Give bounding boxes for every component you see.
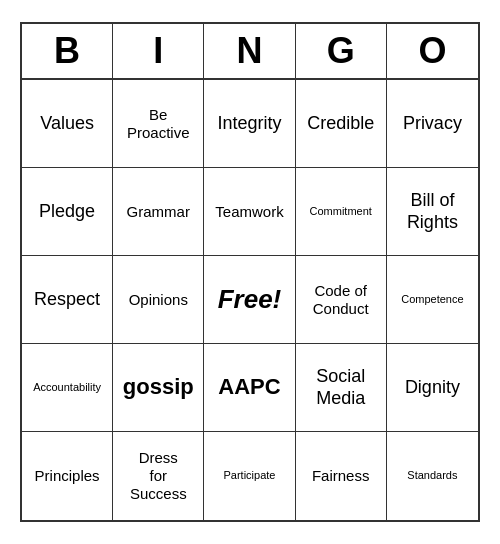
header-letter: I	[113, 24, 204, 78]
cell-text: Bill ofRights	[407, 190, 458, 233]
cell-text: DressforSuccess	[130, 449, 187, 503]
cell-text: Pledge	[39, 201, 95, 223]
cell-text: SocialMedia	[316, 366, 365, 409]
cell-text: Teamwork	[215, 203, 283, 221]
bingo-cell[interactable]: Accountability	[22, 344, 113, 432]
bingo-cell[interactable]: BeProactive	[113, 80, 204, 168]
bingo-cell[interactable]: Credible	[296, 80, 387, 168]
cell-text: Values	[40, 113, 94, 135]
cell-text: Opinions	[129, 291, 188, 309]
bingo-cell[interactable]: gossip	[113, 344, 204, 432]
cell-text: Credible	[307, 113, 374, 135]
cell-text: Accountability	[33, 381, 101, 394]
bingo-cell[interactable]: Grammar	[113, 168, 204, 256]
cell-text: Principles	[35, 467, 100, 485]
cell-text: Fairness	[312, 467, 370, 485]
bingo-cell[interactable]: Principles	[22, 432, 113, 520]
header-letter: O	[387, 24, 478, 78]
bingo-cell[interactable]: Dignity	[387, 344, 478, 432]
bingo-cell[interactable]: DressforSuccess	[113, 432, 204, 520]
bingo-cell[interactable]: Privacy	[387, 80, 478, 168]
header-letter: N	[204, 24, 295, 78]
cell-text: Standards	[407, 469, 457, 482]
bingo-cell[interactable]: AAPC	[204, 344, 295, 432]
bingo-cell[interactable]: Free!	[204, 256, 295, 344]
cell-text: BeProactive	[127, 106, 190, 142]
bingo-cell[interactable]: Competence	[387, 256, 478, 344]
bingo-cell[interactable]: Pledge	[22, 168, 113, 256]
cell-text: Respect	[34, 289, 100, 311]
cell-text: Grammar	[127, 203, 190, 221]
bingo-grid: ValuesBeProactiveIntegrityCrediblePrivac…	[22, 80, 478, 520]
cell-text: Privacy	[403, 113, 462, 135]
bingo-header: BINGO	[22, 24, 478, 80]
bingo-cell[interactable]: Commitment	[296, 168, 387, 256]
bingo-cell[interactable]: SocialMedia	[296, 344, 387, 432]
bingo-cell[interactable]: Code ofConduct	[296, 256, 387, 344]
bingo-cell[interactable]: Participate	[204, 432, 295, 520]
bingo-cell[interactable]: Values	[22, 80, 113, 168]
bingo-card: BINGO ValuesBeProactiveIntegrityCredible…	[20, 22, 480, 522]
cell-text: AAPC	[218, 374, 280, 400]
bingo-cell[interactable]: Integrity	[204, 80, 295, 168]
header-letter: G	[296, 24, 387, 78]
cell-text: Code ofConduct	[313, 282, 369, 318]
bingo-cell[interactable]: Fairness	[296, 432, 387, 520]
header-letter: B	[22, 24, 113, 78]
bingo-cell[interactable]: Standards	[387, 432, 478, 520]
cell-text: Commitment	[310, 205, 372, 218]
bingo-cell[interactable]: Bill ofRights	[387, 168, 478, 256]
cell-text: Free!	[218, 284, 282, 315]
cell-text: Integrity	[217, 113, 281, 135]
cell-text: Dignity	[405, 377, 460, 399]
bingo-cell[interactable]: Respect	[22, 256, 113, 344]
cell-text: gossip	[123, 374, 194, 400]
bingo-cell[interactable]: Opinions	[113, 256, 204, 344]
bingo-cell[interactable]: Teamwork	[204, 168, 295, 256]
cell-text: Participate	[224, 469, 276, 482]
cell-text: Competence	[401, 293, 463, 306]
